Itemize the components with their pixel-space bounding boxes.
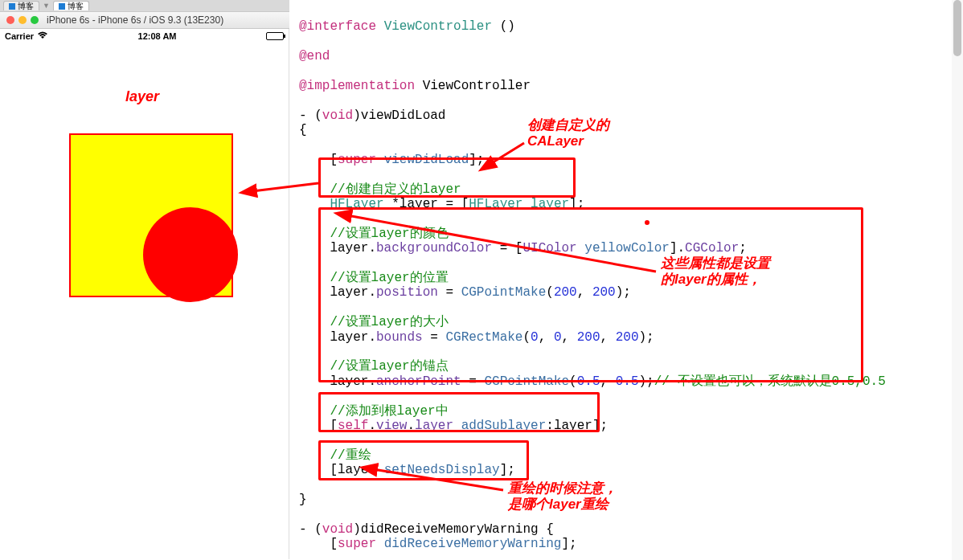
code-keyword: @end [299,49,330,63]
ios-status-bar: Carrier 12:08 AM [0,29,289,43]
favicon-icon [9,3,15,10]
window-traffic-lights [6,16,39,24]
code-type: ViewController [384,19,492,34]
maximize-icon[interactable] [31,16,39,24]
code-keyword: @implementation [299,79,415,93]
code-comment: //重绘 [299,448,371,463]
favicon-icon [59,3,65,10]
annotation-dot [645,220,650,225]
carrier-label: Carrier [5,31,34,41]
tab-label: 博客 [68,1,84,12]
code-comment: //设置layer的大小 [299,315,449,329]
simulator-panel: Carrier 12:08 AM [0,29,289,559]
minimize-icon[interactable] [18,16,27,24]
code-comment: //设置layer的颜色 [299,227,449,241]
scroll-thumb[interactable] [953,0,961,56]
yellow-layer-box [69,133,233,297]
wifi-icon [37,31,48,42]
code-comment: //添加到根layer中 [299,404,449,419]
tab-label: 博客 [18,1,34,12]
simulator-title: iPhone 6s - iPhone 6s / iOS 9.3 (13E230) [47,14,223,26]
browser-tab-active[interactable]: 博客 [53,1,89,10]
close-icon[interactable] [6,16,14,24]
clock-label: 12:08 AM [138,31,177,41]
code-keyword: @interface [299,19,376,34]
browser-tab[interactable]: 博客 [3,1,39,10]
browser-tab-bar: 博客 ▼ 博客 [0,0,289,11]
layer-annotation-label: layer [125,88,159,105]
scrollbar[interactable] [952,0,963,560]
code-editor[interactable]: @interface ViewController () @end @imple… [291,0,963,560]
code-comment: //创建自定义的layer [299,182,461,197]
code-comment: //设置layer的位置 [299,271,449,285]
code-comment: //设置layer的锚点 [299,359,449,374]
red-circle [143,207,238,302]
simulator-titlebar: iPhone 6s - iPhone 6s / iOS 9.3 (13E230) [0,11,289,29]
battery-icon [266,32,284,40]
tab-dropdown-icon[interactable]: ▼ [43,2,50,10]
